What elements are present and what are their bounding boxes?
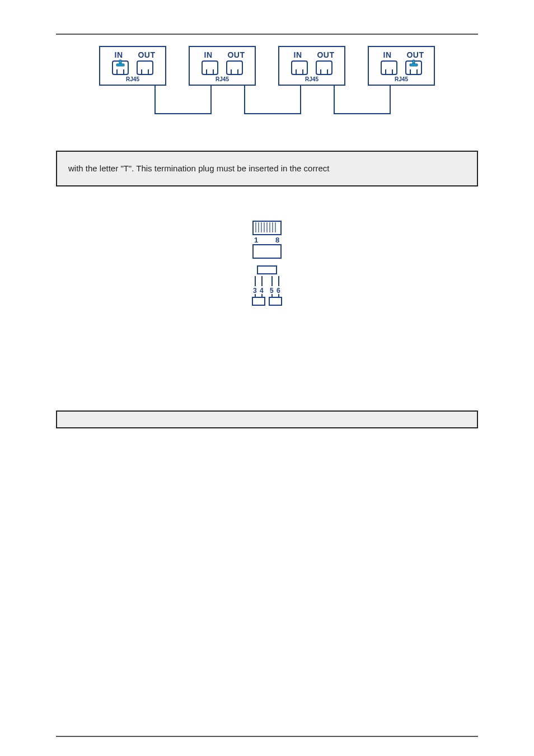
unit-2: IN OUT RJ45 (189, 46, 256, 86)
label-in: IN (197, 50, 219, 59)
rj45-label: RJ45 (395, 76, 408, 82)
cable-connections (88, 86, 446, 130)
footer (56, 719, 478, 737)
jack-opening (116, 69, 124, 75)
empty-note-box (56, 410, 478, 428)
jack-row (381, 60, 422, 75)
unit-1: IN OUT RJ45 (99, 46, 166, 86)
label-in: IN (287, 50, 309, 59)
jack-out (226, 60, 243, 75)
pin-1-label: 1 (254, 236, 258, 244)
terminator-plug-icon (115, 59, 125, 69)
jack-in (202, 60, 218, 75)
jack-row (291, 60, 332, 75)
svg-rect-25 (252, 297, 265, 305)
termination-plug-schematic: 1 8 3 4 5 6 (56, 220, 478, 310)
svg-text:6: 6 (277, 287, 280, 295)
label-out: OUT (135, 50, 158, 59)
label-out: OUT (315, 50, 337, 59)
jack-row (112, 60, 153, 75)
jack-out (316, 60, 332, 75)
jack-out (405, 60, 422, 75)
jack-in (291, 60, 308, 75)
rj45-label: RJ45 (305, 76, 318, 82)
jack-in (112, 60, 129, 75)
svg-text:4: 4 (260, 287, 264, 295)
label-in: IN (107, 50, 130, 59)
top-rule (56, 34, 478, 35)
svg-rect-14 (257, 266, 277, 274)
note-text: with the letter "T". This termination pl… (68, 162, 466, 175)
svg-text:5: 5 (270, 287, 274, 295)
label-out: OUT (404, 50, 427, 59)
jack-opening (410, 69, 418, 75)
jack-row (202, 60, 243, 75)
svg-text:3: 3 (253, 287, 257, 295)
label-out: OUT (225, 50, 247, 59)
jack-in (381, 60, 397, 75)
unit-labels: IN OUT (197, 50, 247, 59)
jack-out (137, 60, 153, 75)
unit-labels: IN OUT (107, 50, 158, 59)
svg-rect-28 (269, 297, 282, 305)
svg-rect-3 (410, 64, 418, 66)
unit-labels: IN OUT (287, 50, 337, 59)
daisy-chain-diagram: IN OUT RJ45 IN (56, 46, 478, 86)
bottom-rule (56, 736, 478, 737)
pin-8-label: 8 (275, 236, 279, 244)
unit-3: IN OUT RJ45 (278, 46, 345, 86)
svg-rect-13 (253, 245, 281, 258)
rj45-label: RJ45 (216, 76, 229, 82)
label-in: IN (376, 50, 399, 59)
rj45-label: RJ45 (126, 76, 139, 82)
unit-4: IN OUT RJ45 (368, 46, 435, 86)
note-box: with the letter "T". This termination pl… (56, 151, 478, 186)
svg-rect-1 (116, 64, 124, 66)
unit-labels: IN OUT (376, 50, 427, 59)
terminator-plug-icon (409, 59, 419, 69)
